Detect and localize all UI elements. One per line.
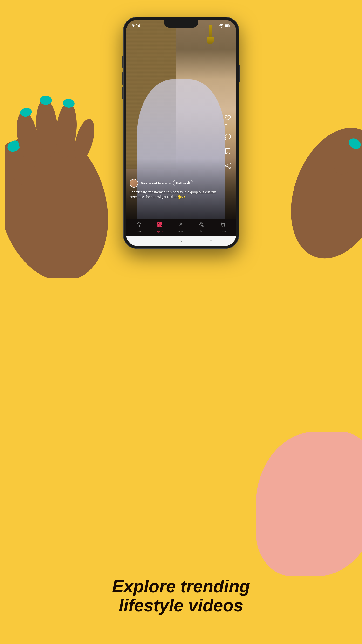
like-button[interactable]: 248	[223, 113, 233, 127]
tagline-line1: Explore trending	[97, 577, 266, 596]
svg-point-3	[13, 110, 42, 166]
svg-rect-23	[160, 222, 162, 224]
svg-point-13	[221, 26, 222, 28]
svg-line-19	[227, 164, 229, 166]
avatar[interactable]	[130, 179, 138, 188]
svg-point-4	[19, 107, 32, 118]
hand-right-illustration	[290, 121, 362, 266]
likes-count: 248	[225, 124, 231, 127]
svg-rect-22	[158, 222, 160, 224]
svg-point-18	[229, 167, 230, 168]
nav-item-live[interactable]: live	[195, 222, 209, 232]
svg-point-10	[290, 121, 362, 266]
nav-item-explore[interactable]: explore	[153, 222, 167, 232]
nav-menu-label: menu	[178, 230, 184, 232]
comment-icon	[223, 132, 233, 142]
svg-point-28	[224, 226, 224, 227]
svg-point-5	[34, 98, 60, 158]
nav-live-label: live	[200, 230, 204, 232]
explore-icon	[157, 222, 163, 229]
back-btn[interactable]: <	[210, 238, 212, 243]
recents-btn[interactable]: |||	[150, 238, 153, 243]
svg-line-20	[227, 166, 229, 168]
dot-separator: •	[169, 181, 171, 185]
menu-icon	[178, 222, 183, 229]
user-row: Meera sakhrani • Follow	[130, 179, 218, 188]
nav-item-shop[interactable]: shop	[216, 222, 230, 232]
video-info-overlay: Meera sakhrani • Follow	[126, 179, 222, 200]
nav-explore-label: explore	[156, 230, 164, 232]
battery-icon	[225, 24, 230, 28]
svg-rect-15	[225, 25, 228, 27]
live-icon	[199, 222, 205, 229]
status-time: 9:04	[132, 24, 140, 28]
svg-point-8	[63, 98, 75, 108]
home-icon	[136, 222, 142, 229]
svg-point-21	[188, 181, 189, 183]
svg-rect-24	[158, 225, 160, 227]
bookmark-icon	[223, 146, 233, 156]
svg-point-0	[5, 117, 124, 278]
bottom-nav: home explore	[126, 219, 236, 236]
follow-button[interactable]: Follow	[173, 180, 193, 186]
nav-home-label: home	[136, 230, 142, 232]
svg-point-17	[225, 165, 227, 166]
svg-point-11	[329, 135, 362, 179]
nav-shop-label: shop	[220, 230, 226, 232]
svg-point-26	[201, 224, 203, 226]
svg-point-2	[5, 138, 22, 154]
nav-item-home[interactable]: home	[132, 222, 146, 232]
home-btn[interactable]: ○	[180, 238, 182, 243]
bottom-tagline: Explore trending lifestyle videos	[97, 577, 266, 615]
svg-point-7	[54, 102, 79, 159]
wifi-icon	[219, 24, 224, 28]
share-button[interactable]	[223, 161, 233, 170]
video-area[interactable]: 248	[126, 20, 236, 219]
phone-screen: 9:04	[126, 20, 236, 246]
svg-point-6	[40, 96, 52, 105]
bookmark-button[interactable]	[223, 146, 233, 156]
svg-point-9	[71, 117, 98, 163]
android-nav: ||| ○ <	[126, 236, 236, 246]
heart-icon	[223, 113, 233, 122]
phone-wrapper: 9:04	[123, 17, 239, 249]
svg-point-1	[5, 137, 43, 192]
svg-point-16	[229, 163, 230, 164]
svg-point-12	[347, 136, 362, 151]
hand-left-illustration	[5, 72, 130, 279]
shop-icon	[220, 222, 226, 229]
tagline-line2: lifestyle videos	[97, 596, 266, 615]
nav-item-menu[interactable]: menu	[174, 222, 188, 232]
follow-person-icon	[187, 181, 190, 185]
phone-notch	[164, 20, 198, 28]
svg-point-27	[222, 226, 223, 227]
action-buttons: 248	[223, 113, 233, 170]
phone-frame: 9:04	[123, 17, 239, 249]
comment-button[interactable]	[223, 132, 233, 142]
follow-label: Follow	[176, 181, 186, 185]
share-icon	[223, 161, 233, 170]
status-icons	[219, 24, 230, 28]
username[interactable]: Meera sakhrani	[141, 181, 167, 185]
caption: Seamlessly transformed this beauty in a …	[130, 190, 218, 200]
svg-rect-25	[160, 224, 162, 227]
pink-blob-decoration	[256, 432, 362, 576]
